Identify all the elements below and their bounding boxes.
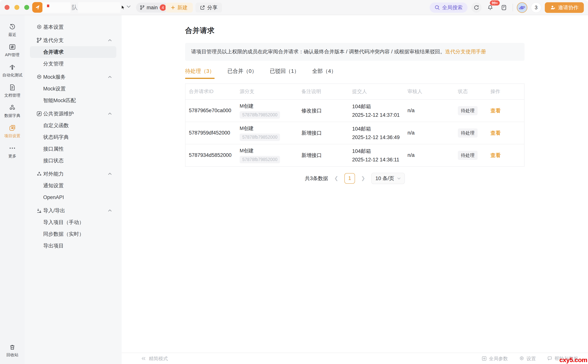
- close-window-button[interactable]: [5, 5, 9, 10]
- column-header-reviewer: 审核人: [408, 88, 458, 95]
- tab-merged[interactable]: 已合并（0）: [227, 68, 257, 79]
- changelog-icon: [501, 5, 507, 10]
- settings-item-api-attributes[interactable]: 接口属性: [25, 143, 122, 155]
- chevron-up-icon[interactable]: [108, 209, 112, 212]
- view-link[interactable]: 查看: [490, 108, 501, 114]
- chevron-up-icon[interactable]: [108, 39, 112, 41]
- tab-all[interactable]: 全部（4）: [312, 68, 336, 79]
- settings-button[interactable]: 设置: [519, 356, 536, 362]
- tab-pending[interactable]: 待处理（3）: [185, 68, 215, 79]
- note-cell: 新增接口: [301, 152, 352, 159]
- pagination: 共3条数据 ❮ 1 ❯ 10 条/页: [185, 173, 525, 184]
- sidebar-item-api-management[interactable]: API管理: [0, 41, 24, 61]
- branch-name: M创建: [240, 103, 298, 109]
- page-number[interactable]: 1: [344, 173, 355, 184]
- column-header-status: 状态: [458, 88, 490, 95]
- minimize-window-button[interactable]: [14, 5, 19, 10]
- settings-item-shared-resources[interactable]: 公共资源维护: [25, 108, 122, 120]
- page-size-select[interactable]: 10 条/页: [371, 173, 405, 184]
- view-link[interactable]: 查看: [490, 130, 501, 136]
- merge-request-id: 5787959df452000: [189, 130, 240, 136]
- git-branch-icon: [140, 5, 145, 10]
- prev-page-button[interactable]: ❮: [333, 175, 340, 181]
- share-button[interactable]: 分享: [195, 3, 222, 13]
- import-export-icon: [36, 208, 43, 213]
- gear-hexagon-icon: [519, 356, 524, 361]
- actions-cell: 查看: [490, 107, 524, 114]
- table-row: 5787965e70ca000 M创建 57878fb79852000 修改接口…: [186, 99, 524, 122]
- merge-requests-page: 合并请求 请项目管理员以上权限的成员在此审阅合并请求：确认最终合并版本 / 调整…: [185, 15, 525, 353]
- submitter-cell: 104邮箱 2025-12-12 14:36:49: [352, 125, 408, 140]
- source-branch-cell: M创建 57878fb79852000: [240, 147, 301, 163]
- submitter-name: 104邮箱: [352, 148, 404, 155]
- settings-item-import-project-manual[interactable]: 导入项目（手动）: [25, 216, 122, 228]
- merge-request-id: 5787934d5852000: [189, 152, 240, 158]
- chevron-up-icon[interactable]: [108, 173, 112, 175]
- zoom-window-button[interactable]: [24, 5, 29, 10]
- status-badge: 待处理: [458, 106, 478, 115]
- share-icon: [200, 5, 205, 10]
- settings-item-mock-settings[interactable]: Mock设置: [25, 83, 122, 95]
- view-link[interactable]: 查看: [490, 152, 501, 158]
- global-params-icon: [482, 356, 487, 361]
- settings-item-openapi[interactable]: OpenAPI: [25, 191, 122, 203]
- settings-item-mock-service[interactable]: Mock服务: [25, 71, 122, 83]
- more-ellipsis-icon: [9, 144, 16, 152]
- settings-item-branch-management[interactable]: 分支管理: [25, 58, 122, 70]
- chevron-up-icon[interactable]: [108, 113, 112, 115]
- branch-name: M创建: [240, 125, 298, 132]
- tab-rejected[interactable]: 已驳回（1）: [270, 68, 299, 79]
- global-params-button[interactable]: 全局参数: [482, 356, 508, 362]
- settings-item-smart-mock[interactable]: 智能Mock匹配: [25, 95, 122, 106]
- user-avatar[interactable]: [517, 2, 527, 13]
- info-banner: 请项目管理员以上权限的成员在此审阅合并请求：确认最终合并版本 / 调整代码冲突内…: [185, 43, 525, 61]
- settings-item-custom-functions[interactable]: 自定义函数: [25, 120, 122, 131]
- chat-bubble-icon: [547, 356, 552, 361]
- notifications-button[interactable]: 99+: [485, 3, 495, 13]
- reviewer-cell: n/a: [408, 130, 458, 136]
- next-page-button[interactable]: ❯: [360, 175, 366, 181]
- changelog-button[interactable]: [499, 3, 509, 13]
- redacted-project-name-block: [78, 2, 120, 13]
- sidebar-item-project-settings[interactable]: 项目设置: [0, 122, 24, 142]
- topbar-right: 全局搜索 99+ 3 邀请协作: [430, 0, 588, 15]
- settings-item-merge-requests[interactable]: 合并请求: [30, 46, 116, 58]
- sidebar-item-data-dictionary[interactable]: 数据字典: [0, 101, 24, 122]
- settings-item-import-export[interactable]: 导入/导出: [25, 205, 122, 216]
- sync-button[interactable]: [471, 2, 481, 13]
- team-name-partial: 队: [72, 3, 78, 12]
- sidebar-item-recycle-bin[interactable]: 回收站: [0, 341, 24, 361]
- settings-item-iteration-branch[interactable]: 迭代分支: [25, 34, 122, 46]
- api-sliders-icon: [9, 43, 16, 51]
- branch-manual-link[interactable]: 迭代分支使用手册: [445, 49, 486, 54]
- settings-item-notification-settings[interactable]: 通知设置: [25, 180, 122, 191]
- settings-item-external-capabilities[interactable]: 对外能力: [25, 168, 122, 180]
- status-badge: 待处理: [458, 129, 478, 137]
- iteration-branch-icon: [36, 38, 43, 43]
- global-search-button[interactable]: 全局搜索: [430, 2, 468, 13]
- chevron-up-icon[interactable]: [108, 76, 112, 78]
- sidebar-item-docs-management[interactable]: 文档管理: [0, 81, 24, 101]
- primary-sidebar: 最近 API管理 自动化测试 文档管理 数据字典 项目设置: [0, 15, 25, 364]
- double-chevron-left-icon: [141, 357, 146, 360]
- invite-collaboration-button[interactable]: 邀请协作: [545, 2, 584, 13]
- sidebar-item-recent[interactable]: 最近: [0, 20, 24, 41]
- project-switcher-chevron-down-icon[interactable]: [127, 5, 131, 8]
- settings-item-export-project[interactable]: 导出项目: [25, 240, 122, 252]
- settings-item-api-status[interactable]: 接口状态: [25, 155, 122, 167]
- branch-id-badge: 57878fb79852000: [240, 134, 280, 141]
- sidebar-item-automated-testing[interactable]: 自动化测试: [0, 61, 24, 81]
- settings-item-sync-data-realtime[interactable]: 同步数据（实时）: [25, 228, 122, 240]
- branch-selector[interactable]: main 4: [136, 3, 169, 13]
- new-button[interactable]: 新建: [166, 3, 193, 13]
- sidebar-item-more[interactable]: 更多: [0, 142, 24, 162]
- settings-item-status-code-dict[interactable]: 状态码字典: [25, 131, 122, 143]
- project-settings-icon: [9, 124, 16, 131]
- note-cell: 新增接口: [301, 130, 352, 136]
- branch-id-badge: 57878fb79852000: [240, 111, 280, 119]
- compact-mode-toggle[interactable]: 精简模式: [141, 356, 168, 362]
- member-count[interactable]: 3: [531, 3, 541, 13]
- settings-item-basic[interactable]: 基本设置: [25, 21, 122, 33]
- actions-cell: 查看: [490, 152, 524, 159]
- status-cell: 待处理: [458, 106, 490, 115]
